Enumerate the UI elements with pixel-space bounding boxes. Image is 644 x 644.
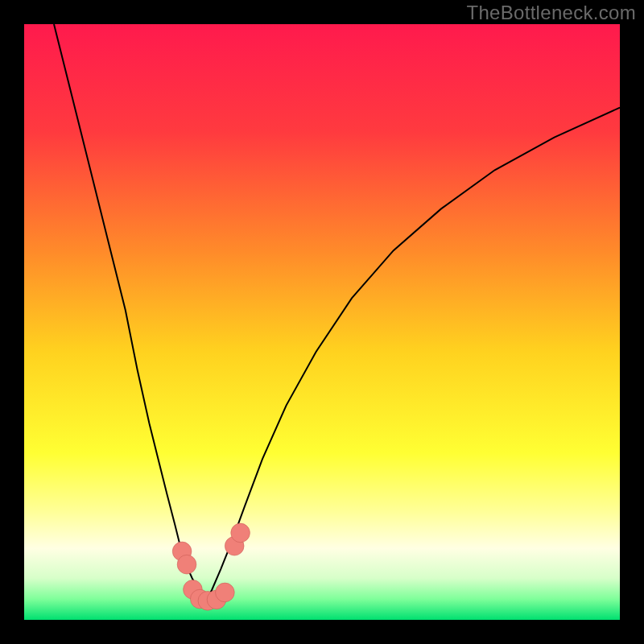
marker-g [216, 583, 235, 602]
marker-b [177, 555, 196, 574]
watermark-text: TheBottleneck.com [466, 2, 636, 24]
marker-i [231, 523, 250, 543]
plot-area [24, 24, 620, 620]
chart-frame: TheBottleneck.com [0, 0, 644, 644]
gradient-background [24, 24, 620, 620]
chart-svg [24, 24, 620, 620]
